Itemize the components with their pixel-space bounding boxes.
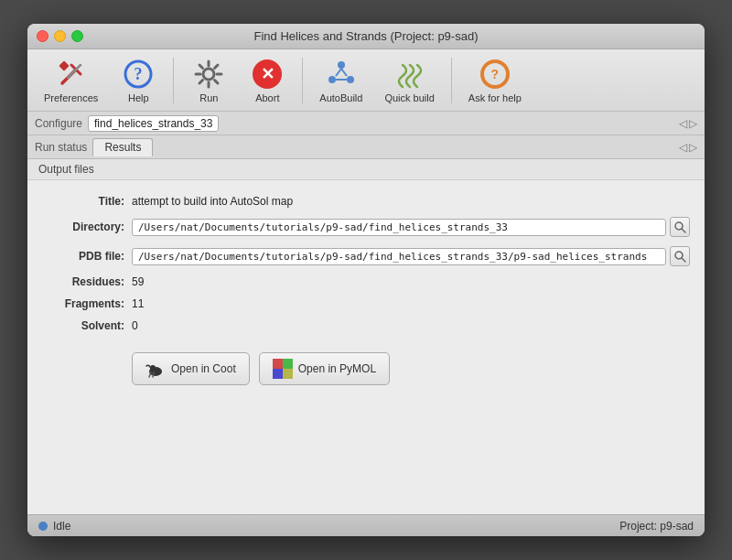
- toolbar-sep-1: [173, 58, 174, 103]
- pdb-field-group: /Users/nat/Documents/tutorials/p9-sad/fi…: [132, 246, 690, 266]
- svg-rect-30: [283, 369, 293, 379]
- project-text: Project: p9-sad: [619, 520, 694, 533]
- runstatus-label: Run status: [35, 141, 87, 154]
- action-buttons: Open in Coot Open in PyMOL: [42, 352, 690, 385]
- open-pymol-label: Open in PyMOL: [298, 362, 376, 375]
- output-files-bar: Output files: [27, 159, 705, 180]
- residues-label: Residues:: [42, 275, 124, 288]
- statusbar: Idle Project: p9-sad: [27, 514, 705, 536]
- abort-label: Abort: [255, 92, 279, 103]
- configure-nav-next[interactable]: ▷: [689, 117, 697, 130]
- svg-line-12: [215, 80, 219, 83]
- fragments-label: Fragments:: [42, 297, 124, 310]
- quickbuild-label: Quick build: [384, 92, 434, 103]
- output-files-label: Output files: [38, 163, 94, 176]
- title-field-row: Title: attempt to build into AutoSol map: [42, 191, 690, 211]
- pymol-icon: [273, 359, 293, 379]
- run-icon: [192, 58, 225, 91]
- svg-rect-2: [59, 60, 69, 70]
- autobuild-label: AutoBuild: [319, 92, 362, 103]
- coot-icon: [145, 359, 166, 379]
- open-coot-label: Open in Coot: [171, 362, 236, 375]
- runstatus-left: Run status Results: [35, 138, 153, 156]
- runstatus-nav-prev[interactable]: ◁: [679, 141, 687, 154]
- configure-label: Configure: [35, 117, 82, 130]
- open-pymol-button[interactable]: Open in PyMOL: [259, 352, 390, 385]
- directory-browse-button[interactable]: [670, 217, 690, 237]
- status-idle-text: Idle: [53, 520, 70, 533]
- traffic-lights: [37, 30, 83, 42]
- directory-label: Directory:: [42, 221, 124, 233]
- main-content: Title: attempt to build into AutoSol map…: [27, 180, 705, 514]
- preferences-icon: [55, 58, 88, 91]
- main-window: Find Helices and Strands (Project: p9-sa…: [27, 24, 705, 536]
- runstatus-bar: Run status Results ◁ ▷: [27, 135, 705, 159]
- askhelp-icon: ?: [479, 58, 511, 91]
- pdb-input[interactable]: /Users/nat/Documents/tutorials/p9-sad/fi…: [132, 248, 666, 265]
- residues-value: 59: [132, 275, 690, 288]
- title-label: Title:: [42, 195, 124, 208]
- solvent-field-row: Solvent: 0: [42, 316, 690, 336]
- toolbar-sep-2: [302, 58, 303, 103]
- svg-rect-27: [273, 359, 283, 369]
- directory-field-group: /Users/nat/Documents/tutorials/p9-sad/fi…: [132, 217, 690, 237]
- titlebar: Find Helices and Strands (Project: p9-sa…: [27, 24, 705, 49]
- pdb-label: PDB file:: [42, 250, 124, 263]
- autobuild-toolbar-item[interactable]: AutoBuild: [310, 54, 371, 107]
- results-tab[interactable]: Results: [92, 138, 153, 156]
- configure-nav: ◁ ▷: [679, 117, 697, 130]
- status-left: Idle: [38, 520, 70, 533]
- svg-point-17: [347, 76, 354, 83]
- svg-rect-28: [283, 359, 293, 369]
- askhelp-toolbar-item[interactable]: ? Ask for help: [459, 54, 531, 107]
- run-label: Run: [199, 92, 218, 103]
- open-coot-button[interactable]: Open in Coot: [132, 352, 250, 385]
- askhelp-label: Ask for help: [468, 92, 522, 103]
- svg-rect-29: [273, 369, 283, 379]
- svg-point-15: [338, 61, 345, 69]
- svg-point-16: [328, 76, 336, 83]
- status-indicator: [38, 522, 48, 531]
- autobuild-icon: [325, 58, 358, 91]
- svg-line-13: [215, 65, 219, 69]
- svg-text:?: ?: [135, 65, 143, 83]
- maximize-button[interactable]: [71, 30, 83, 42]
- solvent-value: 0: [132, 319, 690, 332]
- fragments-value: 11: [132, 297, 690, 310]
- quickbuild-icon: [393, 58, 426, 91]
- svg-line-22: [682, 229, 685, 232]
- abort-toolbar-item[interactable]: ✕ Abort: [240, 54, 295, 107]
- directory-field-row: Directory: /Users/nat/Documents/tutorial…: [42, 213, 690, 241]
- preferences-label: Preferences: [44, 92, 98, 103]
- window-title: Find Helices and Strands (Project: p9-sa…: [254, 29, 479, 43]
- solvent-label: Solvent:: [42, 319, 124, 332]
- svg-line-24: [682, 258, 685, 262]
- minimize-button[interactable]: [54, 30, 66, 42]
- fragments-field-row: Fragments: 11: [42, 294, 690, 314]
- runstatus-nav-next[interactable]: ▷: [689, 141, 697, 154]
- preferences-toolbar-item[interactable]: Preferences: [35, 54, 107, 107]
- configure-bar-left: Configure find_helices_strands_33: [35, 115, 219, 132]
- svg-line-18: [336, 69, 341, 76]
- svg-line-11: [199, 65, 203, 69]
- help-icon: ?: [122, 58, 155, 91]
- run-toolbar-item[interactable]: Run: [181, 54, 236, 107]
- configure-value[interactable]: find_helices_strands_33: [88, 115, 219, 132]
- configure-nav-prev[interactable]: ◁: [679, 117, 687, 130]
- svg-line-14: [199, 80, 203, 83]
- configure-bar: Configure find_helices_strands_33 ◁ ▷: [27, 112, 705, 135]
- residues-field-row: Residues: 59: [42, 272, 690, 292]
- toolbar-sep-3: [451, 58, 452, 103]
- directory-input[interactable]: /Users/nat/Documents/tutorials/p9-sad/fi…: [132, 219, 666, 236]
- help-label: Help: [128, 92, 149, 103]
- abort-icon: ✕: [251, 58, 284, 91]
- title-value: attempt to build into AutoSol map: [132, 195, 690, 208]
- svg-point-26: [150, 365, 156, 371]
- pdb-browse-button[interactable]: [670, 246, 690, 266]
- svg-point-6: [203, 69, 214, 80]
- pdb-field-row: PDB file: /Users/nat/Documents/tutorials…: [42, 242, 690, 270]
- quickbuild-toolbar-item[interactable]: Quick build: [375, 54, 443, 107]
- runstatus-nav: ◁ ▷: [679, 141, 697, 154]
- help-toolbar-item[interactable]: ? Help: [111, 54, 166, 107]
- close-button[interactable]: [37, 30, 48, 42]
